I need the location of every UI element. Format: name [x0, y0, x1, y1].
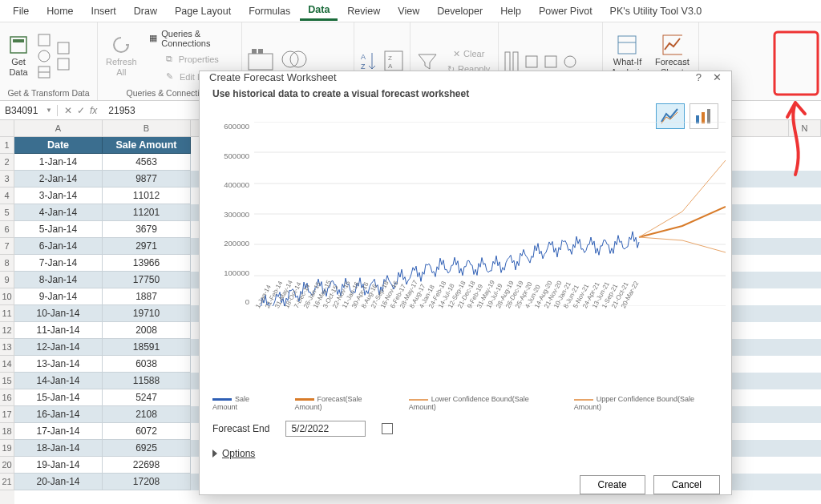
cell-date[interactable]: 10-Jan-14 — [14, 305, 103, 322]
cell-date[interactable]: 9-Jan-14 — [14, 288, 103, 305]
row-header[interactable]: 2 — [0, 154, 14, 171]
cell-date[interactable]: 20-Jan-14 — [14, 474, 103, 490]
cell-amount[interactable]: 6925 — [103, 440, 191, 457]
cell-date[interactable]: 16-Jan-14 — [14, 406, 103, 423]
cell-date[interactable]: 1-Jan-14 — [14, 154, 103, 171]
row-header[interactable]: 13 — [0, 339, 14, 356]
cell-amount[interactable]: 18591 — [103, 339, 191, 356]
row-header[interactable]: 4 — [0, 187, 14, 204]
cell-date[interactable]: 13-Jan-14 — [14, 356, 103, 373]
remove-dup-icon[interactable] — [544, 54, 558, 69]
cell-date[interactable]: 19-Jan-14 — [14, 457, 103, 474]
row-header[interactable]: 5 — [0, 204, 14, 221]
existing-conn-icon[interactable] — [56, 57, 71, 71]
cell-amount[interactable]: 17208 — [103, 474, 191, 490]
row-header[interactable]: 10 — [0, 288, 14, 305]
cell-amount[interactable]: 2008 — [103, 322, 191, 339]
from-text-icon[interactable] — [37, 33, 51, 47]
cell-date[interactable]: 2-Jan-14 — [14, 171, 103, 187]
name-box[interactable]: B34091 ▼ — [0, 105, 58, 116]
cell-amount[interactable]: 11201 — [103, 204, 191, 221]
queries-connections-button[interactable]: ▦Queries & Connections — [145, 27, 237, 50]
cell-amount[interactable]: 4563 — [103, 154, 191, 171]
cell-date[interactable]: 7-Jan-14 — [14, 255, 103, 272]
tab-data[interactable]: Data — [300, 1, 338, 21]
row-header[interactable]: 3 — [0, 171, 14, 187]
cell-amount[interactable]: 5247 — [103, 389, 191, 406]
cancel-button[interactable]: Cancel — [653, 475, 720, 494]
row-header[interactable]: 7 — [0, 238, 14, 255]
cell-date[interactable]: 17-Jan-14 — [14, 423, 103, 440]
cell-date[interactable]: 3-Jan-14 — [14, 187, 103, 204]
sort-button-icon[interactable]: ZA — [383, 50, 404, 74]
row-header[interactable]: 15 — [0, 373, 14, 389]
row-header[interactable]: 20 — [0, 457, 14, 474]
cell-amount[interactable]: 11012 — [103, 187, 191, 204]
col-header-b[interactable]: B — [103, 120, 191, 137]
cell-amount[interactable]: 6072 — [103, 423, 191, 440]
row-header[interactable]: 14 — [0, 356, 14, 373]
get-data-button[interactable]: Get Data — [5, 33, 32, 78]
calendar-icon[interactable] — [382, 423, 393, 434]
text-to-columns-icon[interactable] — [504, 50, 520, 73]
tab-formulas[interactable]: Formulas — [241, 2, 298, 20]
tab-review[interactable]: Review — [339, 2, 388, 20]
cell-date[interactable]: 15-Jan-14 — [14, 389, 103, 406]
tab-home[interactable]: Home — [38, 2, 81, 20]
sort-asc-icon[interactable]: AZ — [359, 50, 378, 74]
cell-amount[interactable]: 3679 — [103, 221, 191, 238]
data-validation-icon[interactable] — [563, 54, 577, 69]
cell-date[interactable]: 12-Jan-14 — [14, 339, 103, 356]
create-button[interactable]: Create — [580, 475, 645, 494]
select-all-corner[interactable] — [0, 120, 14, 137]
cell-amount[interactable]: 2108 — [103, 406, 191, 423]
tab-power-pivot[interactable]: Power Pivot — [531, 2, 601, 20]
from-table-icon[interactable] — [37, 65, 51, 79]
row-header[interactable]: 21 — [0, 474, 14, 490]
row-header[interactable]: 18 — [0, 423, 14, 440]
row-header[interactable]: 8 — [0, 255, 14, 272]
cell-amount[interactable]: 22698 — [103, 457, 191, 474]
options-expander[interactable]: Options — [212, 448, 718, 459]
refresh-all-button[interactable]: Refresh All — [103, 33, 140, 78]
flash-fill-icon[interactable] — [524, 54, 539, 69]
cell-amount[interactable]: 1887 — [103, 288, 191, 305]
col-header-a[interactable]: A — [14, 120, 103, 137]
fx-icon[interactable]: fx — [90, 105, 97, 116]
tab-developer[interactable]: Developer — [429, 2, 491, 20]
enter-formula-icon[interactable]: ✓ — [77, 105, 85, 116]
row-header[interactable]: 12 — [0, 322, 14, 339]
from-web-icon[interactable] — [37, 49, 51, 63]
recent-sources-icon[interactable] — [56, 41, 71, 55]
tab-pk-utility[interactable]: PK's Utility Tool V3.0 — [602, 2, 710, 20]
properties-button[interactable]: ⧉Properties — [145, 51, 237, 67]
cell-date[interactable]: 8-Jan-14 — [14, 272, 103, 288]
clear-filter-button[interactable]: ✕Clear — [444, 47, 493, 61]
cell-date[interactable]: 11-Jan-14 — [14, 322, 103, 339]
cell-date[interactable]: 6-Jan-14 — [14, 238, 103, 255]
tab-view[interactable]: View — [390, 2, 427, 20]
row-header[interactable]: 11 — [0, 305, 14, 322]
cell-amount[interactable]: 13966 — [103, 255, 191, 272]
row-header[interactable]: 19 — [0, 440, 14, 457]
tab-file[interactable]: File — [5, 2, 37, 20]
tab-page-layout[interactable]: Page Layout — [167, 2, 239, 20]
tab-help[interactable]: Help — [492, 2, 529, 20]
row-header[interactable]: 16 — [0, 389, 14, 406]
cell-amount[interactable]: 9877 — [103, 171, 191, 187]
row-header[interactable]: 1 — [0, 137, 14, 154]
cell-amount[interactable]: 2971 — [103, 238, 191, 255]
cell-amount[interactable]: 17750 — [103, 272, 191, 288]
cell-date[interactable]: 18-Jan-14 — [14, 440, 103, 457]
help-icon[interactable]: ? — [696, 71, 702, 83]
row-header[interactable]: 17 — [0, 406, 14, 423]
col-header-n[interactable]: N — [789, 120, 821, 137]
cell-amount[interactable]: 6038 — [103, 356, 191, 373]
cell-amount[interactable]: 19710 — [103, 305, 191, 322]
forecast-end-input[interactable]: 5/2/2022 — [285, 421, 366, 437]
cell-date[interactable]: 14-Jan-14 — [14, 373, 103, 389]
tab-draw[interactable]: Draw — [126, 2, 165, 20]
row-header[interactable]: 9 — [0, 272, 14, 288]
cancel-formula-icon[interactable]: ✕ — [64, 105, 72, 116]
cell-date[interactable]: 5-Jan-14 — [14, 221, 103, 238]
